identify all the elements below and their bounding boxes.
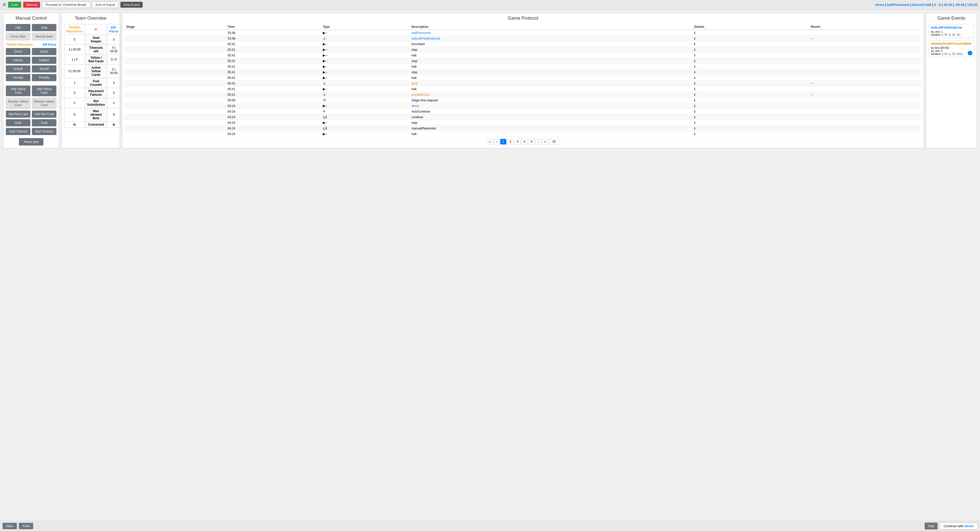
info-icon[interactable]: ℹ bbox=[694, 31, 695, 35]
details-cell[interactable]: ℹ bbox=[693, 64, 809, 69]
info-icon[interactable]: ℹ bbox=[694, 37, 695, 40]
page-last[interactable]: » bbox=[542, 139, 548, 145]
info-icon[interactable]: ℹ bbox=[694, 121, 695, 124]
details-cell[interactable]: ℹ bbox=[693, 97, 809, 103]
direct-blue-button[interactable]: Direct bbox=[32, 48, 56, 55]
page-1[interactable]: 1 bbox=[500, 139, 507, 145]
info-icon[interactable]: ℹ bbox=[694, 59, 695, 63]
revert-icon[interactable]: ↩ bbox=[811, 37, 813, 40]
details-cell[interactable]: ℹ bbox=[693, 47, 809, 53]
details-cell[interactable]: ℹ bbox=[693, 86, 809, 92]
team-row: ✿ Connected ✿ bbox=[64, 121, 121, 128]
info-icon[interactable]: ℹ bbox=[694, 70, 695, 74]
indirect-yellow-button[interactable]: Indirect bbox=[6, 57, 30, 64]
normal-start-button[interactable]: Normal Start bbox=[32, 33, 56, 40]
info-icon[interactable]: ℹ bbox=[694, 87, 695, 91]
details-cell[interactable]: ℹ bbox=[693, 30, 809, 36]
revert-icon[interactable]: ↩ bbox=[811, 93, 813, 97]
details-cell[interactable]: ℹ bbox=[693, 36, 809, 41]
penalty-blue-button[interactable]: Penalty bbox=[32, 74, 56, 81]
kickoff-yellow-button[interactable]: Kickoff bbox=[6, 65, 30, 72]
manual-button[interactable]: Manual bbox=[23, 2, 40, 8]
details-cell[interactable]: ℹ bbox=[693, 109, 809, 114]
page-next[interactable]: › bbox=[535, 139, 541, 145]
info-icon[interactable]: ℹ bbox=[694, 104, 695, 108]
add-yellow-card-blue-button[interactable]: Add Yellow Card bbox=[32, 86, 56, 96]
details-cell[interactable]: ℹ bbox=[693, 75, 809, 81]
info-icon[interactable]: ℹ bbox=[694, 110, 695, 113]
goal-blue-button[interactable]: Goal bbox=[32, 119, 56, 126]
table-row: 04:24 ▶– halt ℹ bbox=[125, 131, 921, 137]
revoke-yellow-card-yellow-button[interactable]: Revoke Yellow Card bbox=[6, 98, 30, 109]
description-cell: halt bbox=[410, 131, 693, 137]
status-command: direct bbox=[875, 3, 884, 6]
pencil-icon-cell: ✏ bbox=[85, 24, 107, 35]
team-blue-cell: 0 | 0 bbox=[107, 55, 121, 65]
details-cell[interactable]: ℹ bbox=[693, 103, 809, 109]
per-page-input[interactable] bbox=[549, 139, 559, 145]
page-5[interactable]: 5 bbox=[528, 139, 535, 145]
penalty-yellow-button[interactable]: Penalty bbox=[6, 74, 30, 81]
revert-cell bbox=[809, 126, 921, 131]
place-ball-button[interactable]: Place ball bbox=[19, 138, 43, 145]
info-icon[interactable]: ℹ bbox=[694, 127, 695, 130]
details-cell[interactable]: ℹ bbox=[693, 126, 809, 131]
table-row: 05:00 ⏱ Stage time elapsed ℹ bbox=[125, 97, 921, 103]
info-icon[interactable]: ℹ bbox=[694, 82, 695, 85]
info-icon[interactable]: ℹ bbox=[694, 48, 695, 51]
details-cell[interactable]: ℹ bbox=[693, 92, 809, 97]
info-icon[interactable]: ℹ bbox=[694, 54, 695, 57]
details-cell[interactable]: ℹ bbox=[693, 69, 809, 75]
auto-button[interactable]: Auto bbox=[8, 2, 21, 8]
revert-cell[interactable]: ↩ bbox=[809, 81, 921, 86]
overtime-button[interactable]: Proceed to 'Overtime Break' bbox=[42, 2, 90, 8]
info-icon[interactable]: ℹ bbox=[694, 76, 695, 80]
info-icon[interactable]: ℹ bbox=[694, 115, 695, 119]
revert-cell[interactable]: ↩ bbox=[809, 92, 921, 97]
page-2[interactable]: 2 bbox=[507, 139, 514, 145]
start-row: Force Start Normal Start bbox=[6, 33, 56, 40]
force-start-button[interactable]: Force Start bbox=[6, 33, 30, 40]
revert-cell[interactable]: ↩ bbox=[809, 36, 921, 41]
kickoff-row: Kickoff Kickoff bbox=[6, 65, 56, 72]
gear-button[interactable]: ⚙ bbox=[3, 2, 6, 7]
info-icon[interactable]: ℹ bbox=[694, 42, 695, 46]
page-4[interactable]: 4 bbox=[522, 139, 528, 145]
stop-button[interactable]: Stop bbox=[32, 24, 56, 31]
start-timeout-yellow-button[interactable]: Start Timeout bbox=[6, 128, 30, 135]
goal-yellow-button[interactable]: Goal bbox=[6, 119, 30, 126]
details-cell[interactable]: ℹ bbox=[693, 81, 809, 86]
revoke-yellow-card-blue-button[interactable]: Revoke Yellow Card bbox=[32, 98, 56, 109]
col-description: Description bbox=[410, 24, 693, 30]
info-icon[interactable]: ℹ bbox=[694, 132, 695, 136]
info-icon[interactable]: ℹ bbox=[694, 99, 695, 102]
halt-button[interactable]: Halt bbox=[6, 24, 30, 31]
add-red-card-yellow-button[interactable]: Add Red Card bbox=[6, 110, 30, 118]
col-type: Type bbox=[321, 24, 410, 30]
info-icon[interactable]: ℹ bbox=[694, 93, 695, 97]
status-score: 3 : 0 bbox=[934, 3, 941, 6]
details-cell[interactable]: ℹ bbox=[693, 53, 809, 58]
start-timeout-blue-button[interactable]: Start Timeout bbox=[32, 128, 56, 135]
stage-cell bbox=[125, 92, 226, 97]
endgame-button[interactable]: End of Game bbox=[92, 2, 118, 8]
add-red-card-blue-button[interactable]: Add Red Card bbox=[32, 110, 56, 118]
direct-yellow-button[interactable]: Direct bbox=[6, 48, 30, 55]
add-yellow-card-yellow-button[interactable]: Add Yellow Card bbox=[6, 86, 30, 96]
newevent-button[interactable]: New Event bbox=[121, 2, 143, 8]
kickoff-blue-button[interactable]: Kickoff bbox=[32, 65, 56, 72]
details-cell[interactable]: ℹ bbox=[693, 58, 809, 64]
indirect-blue-button[interactable]: Indirect bbox=[32, 57, 56, 64]
page-first[interactable]: « bbox=[487, 139, 493, 145]
revert-icon[interactable]: ↩ bbox=[811, 82, 813, 85]
page-3[interactable]: 3 bbox=[514, 139, 520, 145]
revert-cell bbox=[809, 30, 921, 36]
revert-cell bbox=[809, 58, 921, 64]
details-cell[interactable]: ℹ bbox=[693, 41, 809, 47]
details-cell[interactable]: ℹ bbox=[693, 114, 809, 120]
details-cell[interactable]: ℹ bbox=[693, 131, 809, 137]
info-icon[interactable]: ℹ bbox=[694, 65, 695, 69]
page-prev[interactable]: ‹ bbox=[494, 139, 500, 145]
type-cell: ▶– bbox=[321, 64, 410, 69]
details-cell[interactable]: ℹ bbox=[693, 120, 809, 126]
